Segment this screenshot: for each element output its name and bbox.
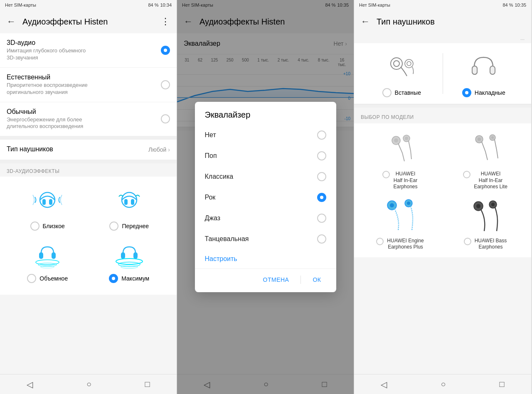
inear-icon (385, 50, 418, 83)
effect-label-front: Переднее (122, 223, 149, 229)
nav-recent-1[interactable]: □ (142, 376, 153, 392)
radio-natural[interactable] (161, 80, 170, 89)
headphone-type-value: Любой (148, 146, 166, 153)
radio-rock[interactable] (317, 193, 326, 202)
inear-type-item[interactable]: Вставные (361, 50, 443, 97)
setting-title-natural: Естественный (7, 74, 161, 81)
dialog-option-dance[interactable]: Танцевальная (195, 229, 336, 249)
dialog-cancel-button[interactable]: ОТМЕНА (255, 272, 298, 287)
more-button-1[interactable]: ⋮ (161, 16, 170, 27)
radio-jazz[interactable] (317, 214, 326, 223)
dialog-title: Эквалайзер (195, 102, 336, 125)
model-half-inear[interactable]: HUAWEIHalf In-EarEarphones (361, 130, 439, 190)
sep-types (354, 104, 531, 108)
model-half-inear-lite[interactable]: HUAWEIHalf In-EarEarphones Lite (446, 130, 525, 190)
svg-point-32 (478, 138, 481, 141)
dialog-option-jazz[interactable]: Джаз (195, 208, 336, 229)
svg-point-40 (476, 204, 480, 208)
effects-grid: Близкое (0, 177, 177, 295)
battery-1: 84 % (148, 2, 158, 7)
panel-1: Нет SIM-карты 84 % 10:34 ← Аудиоэффекты … (0, 0, 177, 394)
radio-normal[interactable] (161, 114, 170, 123)
headphone-type-row[interactable]: Тип наушников Любой › (0, 140, 177, 160)
radio-overear[interactable] (462, 88, 471, 97)
top-bar-3: ← Тип наушников (354, 10, 531, 33)
svg-point-18 (391, 58, 402, 69)
separator-1 (0, 136, 177, 140)
radio-close[interactable] (30, 222, 39, 231)
model-section-label: ВЫБОР ПО МОДЕЛИ (354, 108, 531, 123)
setting-natural[interactable]: Естественный Приоритетное воспроизведени… (0, 68, 177, 102)
equalizer-dialog: Эквалайзер Нет Поп Классика Рок Джаз (195, 102, 336, 292)
model-name-half-inear: HUAWEIHalf In-EarEarphones (393, 171, 417, 190)
radio-surround[interactable] (27, 274, 36, 283)
svg-point-34 (491, 136, 494, 139)
dialog-ok-button[interactable]: ОК (304, 272, 329, 287)
setting-3d-audio[interactable]: 3D-аудио Имитация глубокого объемного3D-… (0, 33, 177, 68)
nav-home-1[interactable]: ○ (83, 376, 95, 392)
radio-model-half-inear-lite[interactable] (463, 171, 470, 178)
overear-label: Накладные (475, 89, 505, 96)
svg-point-38 (407, 202, 410, 205)
setting-title-3d: 3D-аудио (7, 39, 161, 47)
nav-recent-3[interactable]: □ (496, 376, 507, 392)
radio-dance[interactable] (317, 234, 326, 244)
radio-front[interactable] (109, 222, 118, 231)
section-label-3d: 3D-АУДИОЭФФЕКТЫ (0, 163, 177, 177)
model-bass[interactable]: HUAWEI BassEarphones (446, 197, 525, 251)
panel-3: Нет SIM-карты 84 % 10:35 ← Тип наушников… (354, 0, 531, 394)
svg-point-0 (40, 192, 55, 207)
radio-classic[interactable] (317, 172, 326, 181)
effect-label-surround: Объемное (39, 275, 68, 282)
effect-close[interactable]: Близкое (7, 183, 89, 236)
svg-point-30 (405, 137, 408, 140)
effect-label-close: Близкое (43, 223, 65, 229)
model-name-half-inear-lite: HUAWEIHalf In-EarEarphones Lite (474, 171, 507, 190)
nav-back-1[interactable]: ◁ (23, 376, 36, 393)
status-bar-1: Нет SIM-карты 84 % 10:34 (0, 0, 177, 10)
effect-label-max: Максимум (121, 275, 149, 282)
svg-point-10 (41, 266, 54, 268)
dialog-customize[interactable]: Настроить (195, 249, 336, 268)
setting-title-normal: Обычный (7, 108, 161, 116)
radio-model-engine-plus[interactable] (376, 238, 384, 245)
back-button-1[interactable]: ← (7, 16, 16, 27)
svg-rect-4 (124, 199, 128, 205)
setting-normal[interactable]: Обычный Энергосбережение для болеедлител… (0, 102, 177, 137)
overear-type-item[interactable]: Накладные (443, 50, 525, 97)
nav-home-3[interactable]: ○ (437, 376, 449, 392)
content-3: ... (354, 33, 531, 374)
nav-back-3[interactable]: ◁ (377, 376, 390, 393)
radio-model-half-inear[interactable] (382, 171, 390, 178)
page-title-1: Аудиоэффекты Histen (22, 17, 161, 27)
status-bar-3: Нет SIM-карты 84 % 10:35 (354, 0, 531, 10)
headphone-type-selector: Вставные (354, 43, 531, 104)
dialog-divider (300, 276, 301, 284)
dialog-option-rock[interactable]: Рок (195, 187, 336, 208)
svg-rect-7 (52, 252, 56, 259)
time-1: 10:34 (160, 2, 172, 7)
svg-rect-5 (131, 199, 134, 205)
dialog-option-none[interactable]: Нет (195, 125, 336, 145)
model-img-half-inear (382, 130, 419, 167)
svg-point-28 (394, 138, 398, 143)
radio-model-bass[interactable] (464, 238, 471, 245)
nav-bar-3: ◁ ○ □ (354, 374, 531, 394)
radio-3d-audio[interactable] (161, 46, 170, 55)
radio-none[interactable] (317, 131, 326, 140)
setting-sub-3d: Имитация глубокого объемного3D-звучания (7, 47, 161, 62)
model-engine-plus[interactable]: HUAWEI EngineEarphones Plus (361, 197, 439, 251)
effect-front[interactable]: Переднее (89, 183, 170, 236)
radio-pop[interactable] (317, 151, 326, 160)
radio-inear[interactable] (382, 88, 392, 97)
effect-surround[interactable]: Объемное (7, 236, 89, 288)
dialog-option-classic[interactable]: Классика (195, 166, 336, 187)
model-name-bass: HUAWEI BassEarphones (475, 238, 507, 251)
svg-point-20 (405, 59, 413, 68)
dialog-option-pop[interactable]: Поп (195, 145, 336, 166)
effect-max[interactable]: Максимум (89, 236, 170, 288)
effect-icon-front (113, 188, 146, 217)
radio-max[interactable] (109, 274, 118, 283)
svg-point-3 (122, 192, 137, 207)
back-button-3[interactable]: ← (361, 16, 370, 27)
